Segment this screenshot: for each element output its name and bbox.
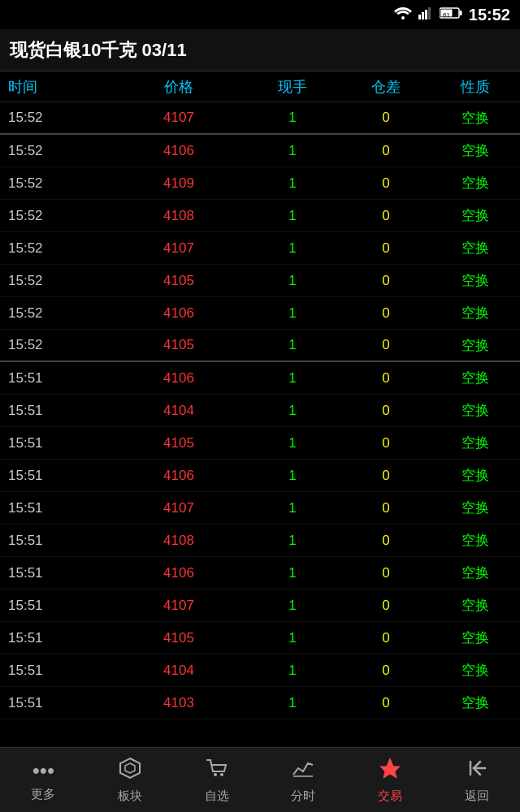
nav-sector-label: 板块: [118, 788, 142, 804]
row-price: 4106: [114, 143, 244, 159]
row-type: 空换: [431, 661, 520, 680]
row-time: 15:51: [0, 565, 114, 581]
row-time: 15:51: [0, 695, 114, 711]
row-price: 4105: [114, 435, 244, 451]
row-price: 4105: [114, 630, 244, 646]
row-hand: 1: [244, 337, 341, 353]
nav-trade-label: 交易: [378, 788, 402, 804]
row-type: 空换: [431, 693, 520, 712]
table-row[interactable]: 15:51 4106 1 0 空换: [0, 460, 520, 492]
nav-timechart-label: 分时: [291, 788, 315, 804]
nav-watchlist[interactable]: 自选: [176, 757, 258, 804]
row-diff: 0: [341, 370, 431, 387]
row-hand: 1: [244, 500, 341, 516]
row-diff: 0: [341, 435, 431, 451]
table-row[interactable]: 15:51 4106 1 0 空换: [0, 557, 520, 590]
nav-sector[interactable]: 板块: [89, 757, 171, 804]
table-row[interactable]: 15:51 4107 1 0 空换: [0, 590, 520, 622]
title-bar: 现货白银10千克 03/11: [0, 29, 520, 71]
row-type: 空换: [431, 466, 520, 485]
row-type: 空换: [431, 239, 520, 257]
svg-point-11: [214, 773, 217, 776]
table-row[interactable]: 15:52 4105 1 0 空换: [0, 265, 520, 297]
nav-timechart[interactable]: 分时: [262, 757, 344, 804]
table-row[interactable]: 15:51 4104 1 0 空换: [0, 395, 520, 427]
table-row[interactable]: 15:52 4106 1 0 空换: [0, 135, 520, 167]
table-row[interactable]: 15:51 4108 1 0 空换: [0, 525, 520, 557]
row-time: 15:51: [0, 630, 114, 646]
svg-text:61: 61: [443, 11, 450, 19]
row-price: 4107: [114, 240, 244, 257]
row-time: 15:52: [0, 143, 114, 159]
row-price: 4108: [114, 208, 244, 224]
svg-point-0: [401, 16, 405, 19]
nav-more-label: 更多: [31, 787, 55, 802]
svg-rect-4: [428, 7, 431, 19]
row-hand: 1: [244, 370, 341, 387]
row-diff: 0: [341, 273, 431, 289]
row-price: 4107: [114, 110, 244, 126]
data-table: 15:52 4107 1 0 空换 15:52 4106 1 0 空换 15:5…: [0, 102, 520, 747]
row-diff: 0: [341, 143, 431, 159]
row-price: 4108: [114, 533, 244, 549]
nav-trade[interactable]: 交易: [349, 757, 431, 804]
row-type: 空换: [431, 434, 520, 452]
nav-back-label: 返回: [465, 788, 489, 804]
header-type: 性质: [431, 77, 520, 97]
row-price: 4103: [114, 695, 244, 711]
row-diff: 0: [341, 598, 431, 614]
table-row[interactable]: 15:51 4106 1 0 空换: [0, 362, 520, 395]
table-row[interactable]: 15:52 4107 1 0 空换: [0, 232, 520, 265]
row-time: 15:51: [0, 598, 114, 614]
svg-rect-3: [425, 10, 427, 19]
table-row[interactable]: 15:52 4109 1 0 空换: [0, 167, 520, 200]
row-hand: 1: [244, 533, 341, 549]
row-hand: 1: [244, 110, 341, 126]
row-type: 空换: [431, 401, 520, 420]
row-type: 空换: [431, 596, 520, 615]
signal-icon: [418, 6, 433, 23]
table-row[interactable]: 15:51 4103 1 0 空换: [0, 687, 520, 719]
row-hand: 1: [244, 403, 341, 419]
trade-icon: [379, 757, 401, 785]
row-time: 15:51: [0, 403, 114, 419]
row-diff: 0: [341, 110, 431, 126]
row-type: 空换: [431, 369, 520, 387]
row-type: 空换: [431, 336, 520, 355]
row-diff: 0: [341, 403, 431, 419]
row-diff: 0: [341, 565, 431, 581]
chart-icon: [292, 757, 314, 785]
more-icon: •••: [32, 758, 54, 784]
table-row[interactable]: 15:51 4105 1 0 空换: [0, 622, 520, 654]
row-diff: 0: [341, 695, 431, 711]
row-time: 15:51: [0, 370, 114, 387]
row-price: 4106: [114, 565, 244, 581]
row-hand: 1: [244, 630, 341, 646]
row-time: 15:52: [0, 175, 114, 192]
nav-back[interactable]: 返回: [436, 757, 518, 804]
table-row[interactable]: 15:51 4104 1 0 空换: [0, 654, 520, 687]
row-hand: 1: [244, 565, 341, 581]
table-row[interactable]: 15:52 4107 1 0 空换: [0, 102, 520, 135]
row-price: 4106: [114, 468, 244, 484]
row-time: 15:52: [0, 208, 114, 224]
table-row[interactable]: 15:52 4108 1 0 空换: [0, 200, 520, 232]
row-hand: 1: [244, 273, 341, 289]
back-icon: [466, 757, 488, 785]
row-type: 空换: [431, 271, 520, 290]
row-type: 空换: [431, 206, 520, 225]
table-row[interactable]: 15:51 4105 1 0 空换: [0, 427, 520, 460]
row-hand: 1: [244, 143, 341, 159]
row-price: 4109: [114, 175, 244, 192]
table-row[interactable]: 15:51 4107 1 0 空换: [0, 492, 520, 525]
table-row[interactable]: 15:52 4106 1 0 空换: [0, 297, 520, 330]
row-diff: 0: [341, 468, 431, 484]
nav-more[interactable]: ••• 更多: [2, 758, 84, 802]
row-diff: 0: [341, 337, 431, 353]
row-time: 15:52: [0, 273, 114, 289]
table-row[interactable]: 15:52 4105 1 0 空换: [0, 330, 520, 362]
row-hand: 1: [244, 663, 341, 679]
svg-point-12: [220, 773, 223, 776]
row-time: 15:51: [0, 663, 114, 679]
row-type: 空换: [431, 109, 520, 127]
